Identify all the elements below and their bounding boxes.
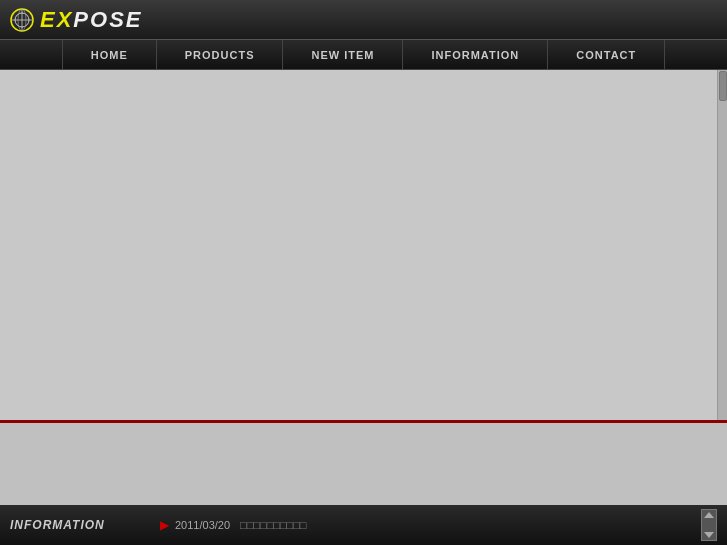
scroll-down-arrow[interactable] <box>704 532 714 538</box>
main-content <box>0 70 727 420</box>
logo-icon <box>10 8 34 32</box>
page-wrapper: EXPOSE HOME PRODUCTS NEW ITEM INFORMATIO… <box>0 0 727 545</box>
scrollbar-track[interactable] <box>717 70 727 420</box>
bottom-scroll-control[interactable] <box>701 509 717 541</box>
scroll-up-arrow[interactable] <box>704 512 714 518</box>
scrollbar-thumb[interactable] <box>719 71 727 101</box>
lower-section <box>0 423 727 505</box>
nav-home[interactable]: HOME <box>62 40 157 69</box>
nav-information[interactable]: INFORMATION <box>403 40 548 69</box>
info-text: □□□□□□□□□□ <box>240 519 306 531</box>
logo-text: EXPOSE <box>40 7 143 33</box>
nav-products[interactable]: PRODUCTS <box>157 40 284 69</box>
nav-contact[interactable]: CONTACT <box>548 40 665 69</box>
info-date: 2011/03/20 <box>175 519 230 531</box>
nav-new-item[interactable]: NEW ITEM <box>283 40 403 69</box>
logo-area: EXPOSE <box>10 7 143 33</box>
info-bullet: ▶ <box>160 518 169 532</box>
header: EXPOSE <box>0 0 727 40</box>
info-section-label: INFORMATION <box>10 518 160 532</box>
navbar: HOME PRODUCTS NEW ITEM INFORMATION CONTA… <box>0 40 727 70</box>
bottom-bar: INFORMATION ▶ 2011/03/20 □□□□□□□□□□ <box>0 505 727 545</box>
